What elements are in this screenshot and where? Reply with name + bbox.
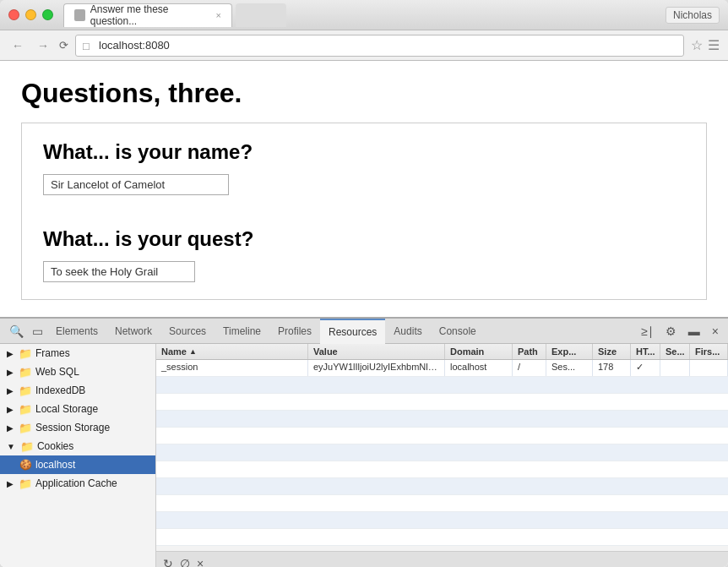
tab-elements[interactable]: Elements: [47, 319, 106, 344]
tab-favicon: [74, 9, 85, 21]
page-title: Questions, three.: [21, 78, 707, 109]
page-content: Questions, three. What... is your name? …: [0, 61, 728, 317]
sidebar-item-sessionstorage[interactable]: ▶ 📁 Session Storage: [0, 418, 155, 437]
sidebar-websql-label: Web SQL: [35, 366, 79, 378]
col-header-value[interactable]: Value: [308, 344, 445, 359]
sort-arrow-icon: ▲: [189, 347, 197, 356]
col-path-label: Path: [518, 346, 538, 357]
minimize-button[interactable]: [25, 9, 36, 20]
question1-label: What... is your name?: [43, 140, 685, 164]
tab-timeline[interactable]: Timeline: [215, 319, 269, 344]
devtools-close-icon[interactable]: ×: [708, 324, 723, 338]
address-actions: ☆ ☰: [691, 37, 720, 53]
sidebar-item-cookies[interactable]: ▼ 📁 Cookies: [0, 437, 155, 455]
menu-icon[interactable]: ☰: [708, 37, 720, 53]
cell-exp: Ses...: [546, 360, 593, 376]
sidebar-localstorage-label: Local Storage: [35, 403, 98, 415]
tab-audits[interactable]: Audits: [385, 319, 430, 344]
quest-input[interactable]: [43, 261, 195, 282]
devtools-toolbar-icons: ≥∣ ⚙ ▬ ×: [637, 324, 723, 338]
table-row-empty-9: [156, 512, 728, 529]
devtools-tab-bar: 🔍 ▭ Elements Network Sources Timeline Pr…: [0, 319, 728, 344]
tab-close-button[interactable]: ×: [216, 10, 221, 20]
sidebar-item-indexeddb[interactable]: ▶ 📁 IndexedDB: [0, 381, 155, 400]
form-box: What... is your name? What... is your qu…: [21, 123, 707, 300]
sidebar-item-localstorage[interactable]: ▶ 📁 Local Storage: [0, 400, 155, 418]
maximize-button[interactable]: [42, 9, 53, 20]
devtools-search-icon[interactable]: 🔍: [5, 324, 28, 338]
bookmark-icon[interactable]: ☆: [691, 37, 703, 53]
col-name-label: Name: [161, 346, 187, 357]
col-exp-label: Exp...: [551, 346, 576, 357]
col-value-label: Value: [313, 346, 338, 357]
tab-profiles[interactable]: Profiles: [269, 319, 320, 344]
sidebar-indexeddb-label: IndexedDB: [35, 384, 85, 396]
tab-sources[interactable]: Sources: [160, 319, 215, 344]
back-button[interactable]: ←: [8, 36, 27, 55]
devtools-bottom-bar: ↻ ∅ ×: [156, 551, 728, 567]
title-bar: Answer me these question... × Nicholas: [0, 0, 728, 30]
name-input[interactable]: [43, 174, 229, 195]
col-size-label: Size: [598, 346, 617, 357]
sidebar-localhost-label: localhost: [35, 459, 75, 471]
table-row-empty-3: [156, 411, 728, 428]
browser-window: Answer me these question... × Nicholas ←…: [0, 0, 728, 567]
window-controls: [8, 9, 53, 20]
table-row[interactable]: _session eyJuYW1lIljoiU2lyIExhbmNlbG90IG…: [156, 360, 728, 377]
col-header-exp[interactable]: Exp...: [546, 344, 593, 359]
url-text: localhost:8080: [99, 39, 170, 52]
delete-cookie-button[interactable]: ×: [197, 557, 204, 568]
refresh-cookies-button[interactable]: ↻: [163, 557, 173, 568]
table-row-empty-2: [156, 394, 728, 411]
cell-ht: ✓: [631, 360, 660, 376]
col-header-domain[interactable]: Domain: [445, 344, 513, 359]
col-ht-label: HT...: [636, 346, 655, 357]
col-header-ht[interactable]: HT...: [631, 344, 660, 359]
tab-resources[interactable]: Resources: [320, 319, 385, 344]
col-header-size[interactable]: Size: [593, 344, 631, 359]
col-header-path[interactable]: Path: [513, 344, 546, 359]
sidebar-item-localhost[interactable]: ▶ 🍪 localhost: [0, 455, 155, 474]
devtools-settings-icon[interactable]: ⚙: [661, 324, 681, 338]
col-firs-label: Firs...: [695, 346, 720, 357]
browser-tab[interactable]: Answer me these question... ×: [63, 3, 232, 27]
cell-domain: localhost: [445, 360, 513, 376]
sidebar-item-websql[interactable]: ▶ 📁 Web SQL: [0, 363, 155, 381]
sidebar-item-frames[interactable]: ▶ 📁 Frames: [0, 344, 155, 363]
appcache-folder-icon: 📁: [19, 477, 32, 490]
tab-console[interactable]: Console: [431, 319, 485, 344]
user-label: Nicholas: [666, 7, 720, 24]
col-header-se[interactable]: Se...: [660, 344, 690, 359]
devtools-breakpoints-icon[interactable]: ≥∣: [637, 324, 658, 338]
cell-size: 178: [593, 360, 631, 376]
devtools-main-panel: Name ▲ Value Domain Path E: [156, 344, 728, 567]
table-row-empty-10: [156, 529, 728, 546]
sidebar-item-appcache[interactable]: ▶ 📁 Application Cache: [0, 474, 155, 493]
refresh-button[interactable]: ⟳: [59, 39, 68, 52]
frames-folder-icon: 📁: [19, 346, 32, 360]
close-button[interactable]: [8, 9, 19, 20]
table-rows: _session eyJuYW1lIljoiU2lyIExhbmNlbG90IG…: [156, 360, 728, 551]
col-header-name[interactable]: Name ▲: [156, 344, 308, 359]
devtools-device-icon[interactable]: ▭: [28, 324, 47, 338]
sessionstorage-arrow-icon: ▶: [7, 423, 14, 433]
devtools-dock-icon[interactable]: ▬: [684, 324, 704, 338]
url-bar[interactable]: □ localhost:8080: [75, 35, 684, 57]
devtools-body: ▶ 📁 Frames ▶ 📁 Web SQL ▶ 📁 IndexedDB: [0, 344, 728, 567]
cookies-folder-icon: 📁: [20, 439, 34, 453]
tab-network[interactable]: Network: [106, 319, 160, 344]
clear-cookies-button[interactable]: ∅: [180, 557, 190, 568]
tab-title: Answer me these question...: [90, 3, 208, 27]
cell-value: eyJuYW1lIljoiU2lyIExhbmNlbG90IG9...: [308, 360, 445, 376]
col-header-firs[interactable]: Firs...: [690, 344, 728, 359]
devtools-panel: 🔍 ▭ Elements Network Sources Timeline Pr…: [0, 317, 728, 567]
websql-folder-icon: 📁: [19, 365, 32, 379]
col-domain-label: Domain: [450, 346, 484, 357]
table-row-empty-4: [156, 428, 728, 444]
tab-bar: Answer me these question... ×: [63, 3, 666, 27]
table-row-empty-6: [156, 461, 728, 478]
table-header: Name ▲ Value Domain Path E: [156, 344, 728, 360]
page-area: Questions, three. What... is your name? …: [0, 61, 728, 567]
cell-path: /: [513, 360, 546, 376]
forward-button[interactable]: →: [34, 36, 52, 55]
